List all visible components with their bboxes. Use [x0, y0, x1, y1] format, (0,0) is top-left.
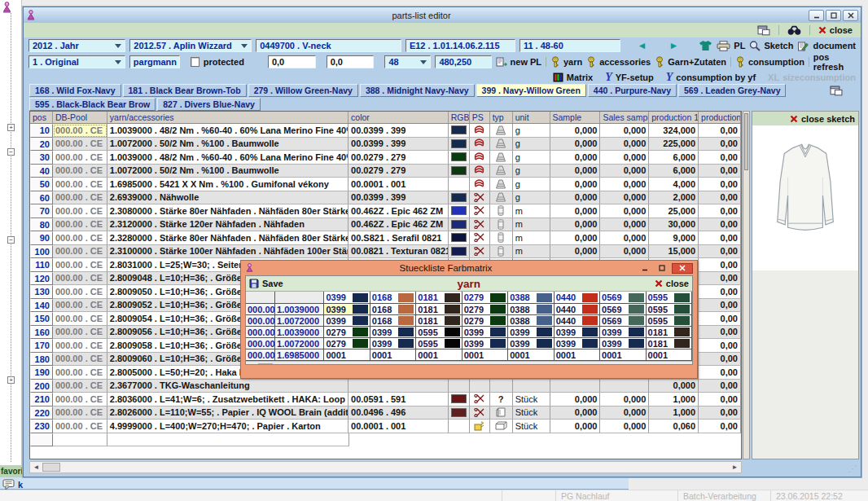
- production-1-cell[interactable]: 0,060: [649, 420, 699, 433]
- color-cell[interactable]: 00.0399 . 399: [349, 124, 449, 138]
- ps-cell[interactable]: [470, 151, 490, 165]
- consumption-button[interactable]: consumption: [735, 56, 804, 68]
- tab-list-icon[interactable]: [830, 86, 843, 96]
- unit-cell[interactable]: g: [513, 178, 550, 191]
- color-cell[interactable]: 00.0821 . Texturan 0821: [349, 245, 449, 259]
- matrix-pool-cell[interactable]: 000.00: [246, 315, 275, 327]
- yarn-cell[interactable]: 4.9999000 . L=400;W=270;H=470; . Papier …: [107, 420, 349, 433]
- db-pool-cell[interactable]: 000.00 . CE: [53, 258, 107, 272]
- pos-cell[interactable]: 110: [30, 258, 53, 272]
- amount-field[interactable]: 480,250: [435, 55, 491, 68]
- sample-cell[interactable]: 0,000: [550, 204, 601, 218]
- value2-field[interactable]: 0,0: [327, 55, 375, 68]
- garn-zutaten-button[interactable]: Garn+Zutaten: [655, 56, 726, 68]
- production-2-cell[interactable]: 0,00: [699, 339, 741, 353]
- color-cell[interactable]: [349, 380, 449, 393]
- value1-field[interactable]: 0,0: [268, 55, 316, 68]
- production-2-cell[interactable]: 0,00: [699, 393, 741, 407]
- tab-colorway[interactable]: 595 . Black-Black Bear Brow: [29, 98, 156, 111]
- yarn-cell[interactable]: 1.0039000 . 48/2 Nm . %60-40 . 60% Lana …: [107, 124, 349, 138]
- production-2-cell[interactable]: 0,00: [699, 407, 741, 420]
- pos-cell[interactable]: 170: [30, 339, 53, 353]
- db-pool-cell[interactable]: 000.00 . CE: [53, 407, 107, 420]
- matrix-article-cell[interactable]: 1.0072000: [275, 315, 324, 327]
- pos-refresh-button[interactable]: pos refresh: [813, 52, 856, 72]
- unit-cell[interactable]: g: [513, 138, 550, 152]
- tab-colorway[interactable]: 440 . Purpure-Navy: [588, 84, 677, 97]
- color-cell[interactable]: 00.0279 . 279: [349, 151, 449, 165]
- yarn-cell[interactable]: 2.6939000 . Nähwolle: [107, 191, 349, 205]
- tab-colorway[interactable]: 827 . Divers Blue-Navy: [157, 98, 261, 111]
- matrix-article-cell[interactable]: 1.0039000: [275, 327, 324, 338]
- production-2-cell[interactable]: 0,00: [699, 218, 741, 232]
- ps-cell[interactable]: [470, 178, 490, 191]
- matrix-color-cell[interactable]: 0440: [555, 315, 600, 327]
- matrix-color-cell[interactable]: 0001: [600, 349, 646, 361]
- db-pool-cell[interactable]: 000.00 . CE: [53, 393, 107, 407]
- dialog-scroll-right-arrow[interactable]: ►: [680, 362, 692, 366]
- save-button[interactable]: Save: [249, 279, 283, 288]
- unit-cell[interactable]: m: [513, 245, 550, 259]
- rgb-cell[interactable]: [449, 407, 470, 420]
- typ-cell[interactable]: [490, 231, 513, 245]
- yarn-cell[interactable]: 2.3080000 . Stärke 80er Nähfaden . Nähfä…: [107, 204, 349, 218]
- db-pool-cell[interactable]: 000.00 . CE: [53, 191, 107, 205]
- matrix-color-cell[interactable]: 0595: [416, 338, 462, 349]
- sample-cell[interactable]: 0,000: [550, 231, 601, 245]
- sketch-button[interactable]: Sketch: [749, 41, 793, 51]
- unit-cell[interactable]: m: [513, 218, 550, 232]
- production-1-cell[interactable]: 25,000: [649, 204, 699, 218]
- matrix-color-cell[interactable]: 0181: [647, 338, 692, 349]
- yarn-cell[interactable]: 2.3280000 . Stärke 80er Nähfaden . Nähfä…: [107, 231, 349, 245]
- typ-cell[interactable]: [490, 124, 513, 138]
- unit-cell[interactable]: g: [513, 124, 550, 138]
- matrix-pool-cell[interactable]: 000.00: [246, 327, 275, 338]
- pos-cell[interactable]: 120: [30, 272, 53, 286]
- production-2-cell[interactable]: 0,00: [699, 285, 741, 299]
- production-2-cell[interactable]: 0,00: [699, 231, 741, 245]
- unit-cell[interactable]: Stück: [513, 393, 550, 407]
- tab-colorway[interactable]: 279 . Willow Green-Navy: [248, 84, 358, 97]
- matrix-color-cell[interactable]: 0399: [600, 338, 646, 349]
- pl-print-button[interactable]: PL: [717, 41, 745, 51]
- pos-cell[interactable]: 90: [30, 231, 53, 245]
- rgb-cell[interactable]: [449, 178, 470, 191]
- color-cell[interactable]: 00.0496 . 496: [349, 407, 449, 420]
- color-cell[interactable]: 00.462Z . Epic 462 ZM: [349, 204, 449, 218]
- db-pool-cell[interactable]: 000.00 . CE: [53, 326, 107, 340]
- new-pl-button[interactable]: new PL: [496, 57, 542, 68]
- tree-expander[interactable]: −: [7, 148, 15, 156]
- matrix-color-cell[interactable]: 0399: [324, 304, 370, 315]
- tshirt-icon[interactable]: [699, 40, 712, 51]
- matrix-color-cell[interactable]: 0399: [324, 315, 370, 327]
- typ-cell[interactable]: [490, 204, 513, 218]
- matrix-color-cell[interactable]: 0388: [508, 315, 554, 327]
- title-bar[interactable]: parts-list editor: [24, 7, 861, 23]
- size-range-field[interactable]: 11 . 48-60: [519, 39, 620, 52]
- sales-sample-cell[interactable]: 0,000: [600, 138, 649, 152]
- db-pool-cell[interactable]: 000.00 . CE: [53, 245, 107, 259]
- matrix-color-cell[interactable]: 0279: [462, 315, 508, 327]
- db-pool-cell[interactable]: 000.00 . CE: [53, 299, 107, 313]
- db-pool-cell[interactable]: 000.00 . CE: [53, 312, 107, 326]
- rgb-cell[interactable]: [449, 245, 470, 259]
- ps-cell[interactable]: [470, 191, 490, 205]
- db-pool-cell[interactable]: 000.00 . CE: [53, 165, 107, 178]
- production-1-cell[interactable]: 0,000: [649, 380, 699, 393]
- code-field[interactable]: E12 . 1.01.14.06.2.115: [406, 39, 515, 52]
- unit-cell[interactable]: [513, 380, 550, 393]
- tab-colorway[interactable]: 569 . Leaden Grey-Navy: [678, 84, 786, 97]
- db-pool-cell[interactable]: 000.00 . CE: [53, 366, 107, 380]
- maximize-button[interactable]: [826, 10, 841, 21]
- yarn-cell[interactable]: 2.8036000 . L=41;W=6; . Zusatzwebetikett…: [107, 393, 349, 407]
- color-cell[interactable]: 00.462Z . Epic 462 ZM: [349, 218, 449, 232]
- color-cell[interactable]: 00.0001 . 001: [349, 178, 449, 191]
- dialog-close-text-button[interactable]: close: [655, 279, 689, 288]
- rgb-cell[interactable]: [449, 204, 470, 218]
- production-1-cell[interactable]: 1,000: [649, 393, 699, 407]
- production-2-cell[interactable]: 0,00: [699, 299, 741, 313]
- typ-cell[interactable]: ?: [490, 393, 513, 407]
- typ-cell[interactable]: [490, 191, 513, 205]
- tree-expander[interactable]: +: [7, 124, 15, 131]
- pos-cell[interactable]: 70: [30, 204, 53, 218]
